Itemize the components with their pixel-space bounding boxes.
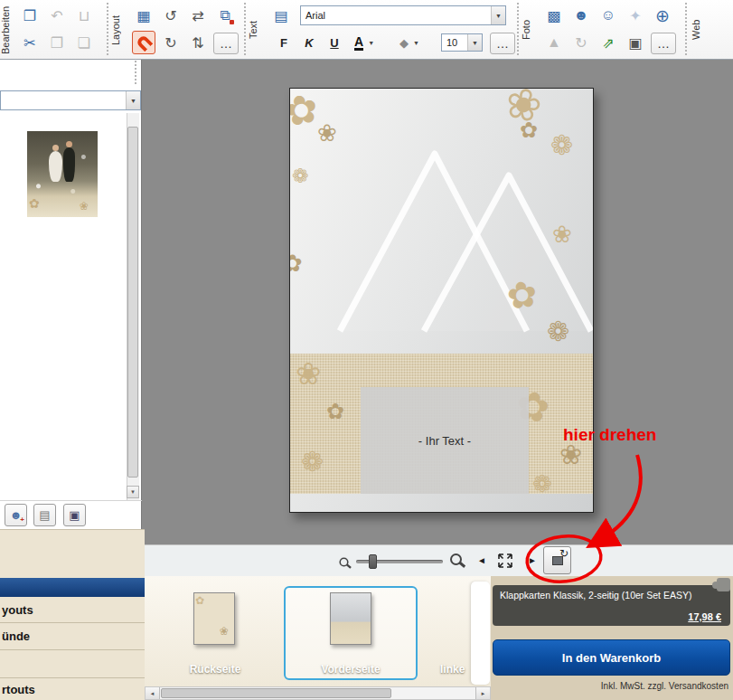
accordion-label: rtouts xyxy=(2,683,35,696)
next-page-icon[interactable]: ► xyxy=(528,555,537,565)
font-family-select[interactable]: Arial ▼ xyxy=(300,5,506,25)
thumbnails-scrollbar-thumb[interactable] xyxy=(161,688,391,698)
bold-button[interactable]: F xyxy=(273,33,295,52)
bride-shape xyxy=(49,151,62,182)
rotate-left-icon[interactable]: ↺ xyxy=(159,4,183,27)
rotate-card-button[interactable]: ↻ xyxy=(543,546,571,574)
fit-to-screen-icon[interactable] xyxy=(497,553,513,569)
thumbnail-label-vorderseite[interactable]: Vorderseite xyxy=(298,663,403,676)
flower-icon: ✿ xyxy=(195,595,204,606)
flower-icon: ✿ xyxy=(520,119,538,141)
flower-icon: ❀ xyxy=(220,626,229,637)
flower-icon: ❁ xyxy=(550,132,573,159)
chevron-down-icon[interactable]: ▼ xyxy=(365,40,377,46)
chevron-down-icon[interactable]: ▼ xyxy=(491,6,505,24)
flower-icon: ✿ xyxy=(504,275,540,315)
text-more-options-button[interactable]: … xyxy=(490,33,515,54)
thumbnail-vorderseite[interactable] xyxy=(330,592,371,645)
scroll-left-button[interactable]: ◄ xyxy=(146,687,160,699)
bride-head-shape xyxy=(52,145,59,151)
font-size-value: 10 xyxy=(442,37,467,48)
template-filter-dropdown[interactable]: ▼ xyxy=(0,90,141,110)
zoom-slider-track[interactable] xyxy=(356,560,443,563)
accordion-item-passepartouts[interactable]: rtouts xyxy=(0,677,145,700)
landscape-photo-icon[interactable]: ▲ xyxy=(542,31,566,54)
chevron-down-icon[interactable]: ▼ xyxy=(126,91,140,109)
add-photo-icon[interactable]: ▩ xyxy=(542,4,566,27)
product-price[interactable]: 17,98 € xyxy=(688,611,721,622)
zoom-in-icon[interactable] xyxy=(450,553,462,565)
toolbar-section-label-bearbeiten: Bearbeiten xyxy=(0,2,11,58)
annotation-hier-drehen: hier drehen xyxy=(563,425,656,445)
magnet-shape xyxy=(135,33,153,52)
image-view-button[interactable]: ▣ xyxy=(63,504,86,526)
foto-more-options-button[interactable]: … xyxy=(651,33,676,54)
thumbnail-rueckseite[interactable]: ✿ ❀ xyxy=(193,592,235,645)
zoom-toolbar: ◄ ► ↻ xyxy=(145,544,733,576)
font-color-button[interactable]: A ▼ xyxy=(351,33,377,52)
flower-icon: ❁ xyxy=(301,449,324,476)
flip-horizontal-icon[interactable]: ⇄ xyxy=(186,4,210,27)
contacts-button[interactable]: ☻ + xyxy=(5,504,27,526)
toolbar-separator xyxy=(685,3,687,55)
accordion-header-active[interactable] xyxy=(0,578,145,597)
canvas-area[interactable]: ✿ ❀ ❁ ❀ ✿ ❁ ✿ ❀ ✿ ❁ ❀ ✿ ❁ ✿ ❀ ❁ - Ihr Te… xyxy=(145,60,733,544)
globe-icon[interactable]: ⊕ xyxy=(651,4,674,27)
paste-icon[interactable]: ❏ xyxy=(72,31,96,54)
add-group-icon[interactable]: ☻ xyxy=(569,4,593,27)
flower-icon: ❁ xyxy=(292,166,308,186)
font-size-select[interactable]: 10 ▼ xyxy=(441,33,483,52)
thumbnail-label-rueckseite[interactable]: Rückseite xyxy=(177,663,253,676)
toolbar-separator xyxy=(244,3,246,55)
zoom-slider-handle[interactable] xyxy=(369,554,377,569)
photo-frame-icon[interactable]: ▣ xyxy=(624,31,647,54)
product-info-box: Klappkarten Klassik, 2-seitig (10er Set … xyxy=(493,585,730,626)
accordion-item-hintergruende[interactable]: ünde xyxy=(0,623,145,650)
tax-shipping-note: Inkl. MwSt. zzgl. Versandkosten xyxy=(493,681,730,691)
scroll-right-button[interactable]: ► xyxy=(475,687,490,699)
flower-icon: ✿ xyxy=(289,251,303,275)
add-to-cart-label: In den Warenkorb xyxy=(562,651,661,665)
font-color-letter: A xyxy=(354,35,363,51)
thumbnails-scrollbar[interactable]: ◄ ► xyxy=(145,686,491,700)
rotate-photo-icon[interactable]: ↻ xyxy=(569,31,593,54)
fill-color-button[interactable]: ◆ ▼ xyxy=(396,33,422,52)
add-to-cart-button[interactable]: In den Warenkorb xyxy=(493,639,730,676)
copy-icon[interactable]: ❐ xyxy=(45,31,69,54)
add-person-icon[interactable]: ☺ xyxy=(597,4,620,27)
rotate-right-icon[interactable]: ↻ xyxy=(159,31,183,54)
magnet-snap-icon[interactable] xyxy=(132,31,155,54)
export-photo-icon[interactable]: ⇗ xyxy=(597,31,620,54)
scroll-down-button[interactable]: ▼ xyxy=(127,486,139,498)
card-text-placeholder[interactable]: - Ihr Text - xyxy=(361,387,529,494)
card-view-button[interactable]: ▤ xyxy=(33,504,56,526)
sidebar-accordion: youts ünde rtouts xyxy=(0,529,145,700)
flip-vertical-icon[interactable]: ⇅ xyxy=(186,31,210,54)
chevron-down-icon[interactable]: ▼ xyxy=(467,34,482,51)
fill-color-glyph: ◆ xyxy=(399,36,409,50)
card-preview[interactable]: ✿ ❀ ❁ ❀ ✿ ❁ ✿ ❀ ✿ ❁ ❀ ✿ ❁ ✿ ❀ ❁ - Ihr Te… xyxy=(289,88,594,513)
grid-icon[interactable]: ▦ xyxy=(132,4,155,27)
accordion-label: ünde xyxy=(2,629,30,643)
flower-icon: ❀ xyxy=(296,358,322,389)
template-thumbnail-wedding[interactable]: ✿ ❀ xyxy=(27,131,98,217)
cut-icon[interactable]: ✂ xyxy=(18,31,42,54)
insert-text-icon[interactable]: ▤ xyxy=(269,4,293,27)
accordion-item-layouts[interactable]: youts xyxy=(0,598,145,623)
card-editor-app: Bearbeiten ❐ ↶ ⊔ ✂ ❐ ❏ Layout ▦ ↺ ⇄ ⧉ ↻ … xyxy=(0,0,733,700)
arrange-layers-icon[interactable]: ⧉ xyxy=(213,4,237,27)
italic-button[interactable]: K xyxy=(298,33,320,52)
zoom-out-icon[interactable] xyxy=(339,557,348,566)
toolbar-section-label-layout: Layout xyxy=(110,2,121,58)
prev-page-icon[interactable]: ◄ xyxy=(477,555,486,565)
photo-effects-icon[interactable]: ✦ xyxy=(624,4,647,27)
product-name: Klappkarten Klassik, 2-seitig (10er Set … xyxy=(500,590,723,601)
layout-more-options-button[interactable]: … xyxy=(213,33,239,54)
delete-icon[interactable]: ⊔ xyxy=(72,4,96,27)
underline-button[interactable]: U xyxy=(324,33,345,52)
chevron-down-icon[interactable]: ▼ xyxy=(410,40,422,46)
open-icon[interactable]: ❐ xyxy=(18,4,42,27)
toolbar: Bearbeiten ❐ ↶ ⊔ ✂ ❐ ❏ Layout ▦ ↺ ⇄ ⧉ ↻ … xyxy=(0,0,733,60)
sidebar-scrollbar-thumb[interactable] xyxy=(127,127,138,478)
undo-icon[interactable]: ↶ xyxy=(45,4,69,27)
